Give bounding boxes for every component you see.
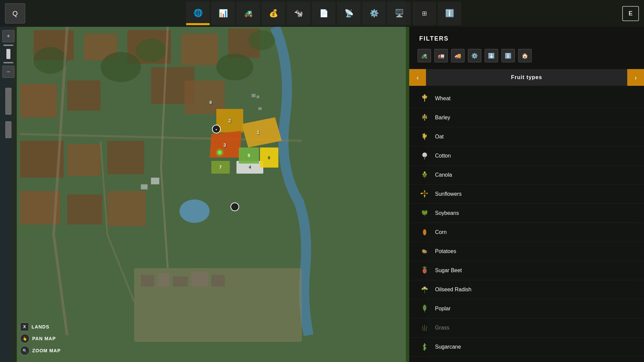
fruit-types-nav: ‹ Fruit types › (409, 69, 644, 86)
svg-text:5: 5 (248, 153, 250, 158)
svg-rect-9 (67, 144, 101, 176)
nav-title: Fruit types (426, 69, 627, 86)
tab-info[interactable]: ℹ️ (438, 2, 461, 25)
fruit-item-sugar-beet[interactable]: Sugar Beet (409, 261, 644, 280)
zoom-label: ZOOM MAP (32, 348, 61, 353)
fruit-name-wheat: Wheat (435, 96, 450, 102)
fruit-name-canola: Canola (435, 172, 452, 178)
svg-point-78 (424, 190, 425, 192)
svg-rect-101 (424, 325, 425, 331)
fruit-icon-potatoes (419, 246, 430, 257)
display-icon: 🖥️ (395, 9, 404, 18)
filter-info[interactable]: ℹ️ (501, 49, 515, 62)
zoom-in-btn[interactable]: + (2, 30, 14, 42)
svg-point-18 (216, 54, 253, 80)
filter-home[interactable]: 🏠 (518, 49, 532, 62)
fruit-item-grass[interactable]: Grass (409, 318, 644, 338)
svg-rect-30 (258, 107, 262, 110)
toolbar-left: Q (5, 3, 25, 23)
fruit-icon-sunflowers (419, 189, 430, 199)
filter-transport[interactable]: 🚚 (451, 49, 465, 62)
svg-text:1: 1 (257, 130, 260, 135)
lands-key[interactable]: X (20, 322, 29, 331)
e-button[interactable]: E (622, 6, 639, 21)
fruit-item-cotton[interactable]: Cotton (409, 146, 644, 166)
fruit-item-potatoes[interactable]: Potatoes (409, 242, 644, 261)
svg-point-79 (426, 192, 428, 194)
tab-grid[interactable]: ⊞ (413, 2, 436, 25)
lands-control[interactable]: X LANDS (20, 322, 61, 331)
fruit-icon-sugar-beet (419, 265, 430, 276)
fruit-item-oilseed-radish[interactable]: Oilseed Radish (409, 280, 644, 299)
fruit-name-sugar-beet: Sugar Beet (435, 267, 462, 274)
tab-vehicles[interactable]: 🚜 (236, 2, 260, 25)
svg-text:✦: ✦ (215, 128, 218, 131)
filters-panel: FILTERS 🚜 🚛 🚚 ⚙️ ⬇️ ℹ️ 🏠 ‹ Fruit types ›… (409, 27, 644, 362)
fruit-name-potatoes: Potatoes (435, 248, 456, 254)
vehicles-icon: 🚜 (244, 9, 253, 18)
filter-icons-row: 🚜 🚛 🚚 ⚙️ ⬇️ ℹ️ 🏠 (409, 47, 644, 69)
filter-truck[interactable]: 🚛 (434, 49, 448, 62)
svg-text:3: 3 (223, 142, 226, 148)
svg-rect-10 (107, 141, 144, 174)
settings-icon: ⚙️ (370, 9, 379, 18)
tab-map[interactable]: 🌐 (186, 2, 210, 25)
svg-point-59 (424, 114, 425, 117)
fruit-item-soybeans[interactable]: Soybeans (409, 204, 644, 223)
tab-animals[interactable]: 🐄 (287, 2, 310, 25)
fruit-item-wheat[interactable]: Wheat (409, 89, 644, 108)
filter-tools[interactable]: ⚙️ (468, 49, 481, 62)
fruit-item-sugarcane[interactable]: Sugarcane (409, 338, 644, 357)
fruit-icon-grass (419, 322, 430, 333)
pan-control[interactable]: 👆 PAN MAP (20, 334, 61, 343)
nav-prev[interactable]: ‹ (409, 69, 426, 86)
svg-rect-31 (151, 178, 159, 184)
tab-stats[interactable]: 📊 (211, 2, 235, 25)
svg-point-93 (423, 268, 427, 274)
fruit-item-oat[interactable]: Oat (409, 127, 644, 146)
fruit-name-barley: Barley (435, 115, 450, 121)
svg-point-20 (34, 47, 67, 74)
tab-settings[interactable]: ⚙️ (362, 2, 386, 25)
lands-label: LANDS (32, 324, 49, 329)
svg-point-50 (217, 150, 222, 155)
svg-point-96 (422, 288, 424, 290)
terrain-svg: 1 2 3 4 5 6 7 8 ✦ (0, 0, 406, 362)
fruit-item-canola[interactable]: Canola (409, 166, 644, 185)
e-label: E (629, 10, 633, 17)
svg-rect-13 (107, 191, 146, 226)
bottom-left-controls: X LANDS 👆 PAN MAP 🔍 ZOOM MAP (20, 322, 61, 355)
svg-rect-26 (211, 275, 225, 287)
q-button[interactable]: Q (5, 3, 25, 23)
animals-icon: 🐄 (294, 9, 303, 18)
zoom-slider-handle[interactable] (6, 49, 10, 59)
nav-next[interactable]: › (627, 69, 644, 86)
filter-tractor[interactable]: 🚜 (418, 49, 431, 62)
svg-point-99 (423, 305, 426, 311)
left-panel: + − (0, 27, 17, 362)
filter-download[interactable]: ⬇️ (485, 49, 498, 62)
svg-point-75 (425, 175, 426, 177)
fruit-item-poplar[interactable]: Poplar (409, 299, 644, 318)
fruit-item-sunflowers[interactable]: Sunflowers (409, 185, 644, 204)
svg-rect-28 (252, 94, 256, 97)
tab-finances[interactable]: 💰 (262, 2, 285, 25)
zoom-out-btn[interactable]: − (2, 66, 14, 78)
fruit-name-cotton: Cotton (435, 153, 451, 159)
fruit-name-oat: Oat (435, 134, 444, 140)
tab-radio[interactable]: 📡 (337, 2, 361, 25)
fruit-list: WheatBarleyOatCottonCanolaSunflowersSoyb… (409, 87, 644, 362)
map-background: 1 2 3 4 5 6 7 8 ✦ (0, 0, 406, 362)
fruit-icon-oat (419, 131, 430, 142)
tab-display[interactable]: 🖥️ (387, 2, 411, 25)
left-btn-1[interactable] (5, 88, 11, 115)
svg-rect-24 (173, 277, 188, 287)
map-area[interactable]: 1 2 3 4 5 6 7 8 ✦ (0, 0, 406, 362)
fruit-item-barley[interactable]: Barley (409, 108, 644, 127)
zoom-control[interactable]: 🔍 ZOOM MAP (20, 346, 61, 355)
tab-contracts[interactable]: 📄 (312, 2, 335, 25)
fruit-icon-soybeans (419, 208, 430, 219)
left-btn-2[interactable] (5, 121, 11, 138)
fruit-icon-sugarcane (419, 342, 430, 352)
fruit-item-corn[interactable]: Corn (409, 223, 644, 242)
